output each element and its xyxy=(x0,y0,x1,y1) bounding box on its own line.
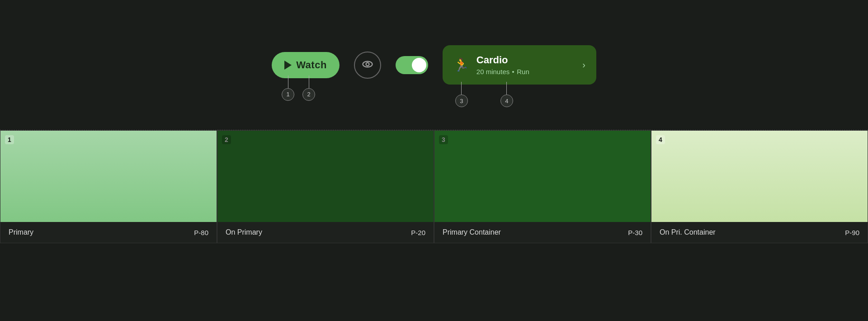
toggle-knob xyxy=(412,58,426,72)
color-name-1: Primary xyxy=(9,228,33,236)
color-label-row-4: On Pri. Container P-90 xyxy=(651,222,868,243)
cardio-time: 20 minutes xyxy=(476,68,509,76)
annotation-circle-3: 3 xyxy=(455,94,468,107)
annotation-circle-4: 4 xyxy=(500,94,513,107)
annotation-line-1 xyxy=(288,76,288,88)
color-card-primary: 1 Primary P-80 xyxy=(0,130,217,243)
annotation-1: 1 xyxy=(282,76,294,101)
color-card-primary-container: 3 Primary Container P-30 xyxy=(434,130,651,243)
color-name-3: Primary Container xyxy=(443,228,501,236)
card-number-1: 1 xyxy=(5,135,14,144)
color-code-2: P-20 xyxy=(411,229,425,236)
runner-icon: 🏃 xyxy=(453,57,469,72)
annotation-2: 2 xyxy=(302,76,315,101)
color-palette-section: 1 Primary P-80 2 On Primary P-20 3 Prima… xyxy=(0,130,868,243)
color-card-on-primary-container: 4 On Pri. Container P-90 xyxy=(651,130,868,243)
play-icon xyxy=(284,61,292,70)
card-number-2: 2 xyxy=(222,135,231,144)
color-code-3: P-30 xyxy=(628,229,642,236)
chevron-right-icon: › xyxy=(582,60,585,70)
annotation-4: 4 xyxy=(500,82,513,107)
annotation-3: 3 xyxy=(455,82,468,107)
color-label-row-3: Primary Container P-30 xyxy=(434,222,651,243)
card-number-4: 4 xyxy=(656,135,665,144)
cardio-type: Run xyxy=(517,68,529,76)
top-section: Watch 1 2 xyxy=(0,0,868,112)
annotation-circle-2: 2 xyxy=(302,88,315,101)
card-number-3: 3 xyxy=(439,135,448,144)
color-card-on-primary: 2 On Primary P-20 xyxy=(217,130,434,243)
annotation-circle-1: 1 xyxy=(282,88,294,101)
cardio-info: Cardio 20 minutes Run xyxy=(476,54,575,76)
color-code-1: P-80 xyxy=(194,229,208,236)
color-name-2: On Primary xyxy=(226,228,262,236)
color-code-4: P-90 xyxy=(845,229,859,236)
color-swatch-2: 2 xyxy=(217,131,434,222)
color-swatch-4: 4 xyxy=(651,131,868,222)
color-swatch-3: 3 xyxy=(434,131,651,222)
color-name-4: On Pri. Container xyxy=(660,228,716,236)
annotation-line-4 xyxy=(506,82,507,94)
annotation-line-2 xyxy=(309,76,309,88)
watch-label: Watch xyxy=(296,59,327,71)
cardio-title: Cardio xyxy=(476,54,575,66)
eye-button[interactable] xyxy=(354,52,381,79)
cardio-subtitle: 20 minutes Run xyxy=(476,68,575,76)
eye-icon xyxy=(361,58,374,72)
color-label-row-1: Primary P-80 xyxy=(0,222,217,243)
color-label-row-2: On Primary P-20 xyxy=(217,222,434,243)
svg-point-1 xyxy=(366,63,369,66)
watch-button[interactable]: Watch xyxy=(272,52,340,78)
annotation-line-3 xyxy=(461,82,462,94)
cardio-card[interactable]: 🏃 Cardio 20 minutes Run › xyxy=(443,45,596,85)
color-swatch-1: 1 xyxy=(0,131,217,222)
cardio-dot xyxy=(512,71,514,73)
toggle-switch[interactable] xyxy=(396,56,428,74)
